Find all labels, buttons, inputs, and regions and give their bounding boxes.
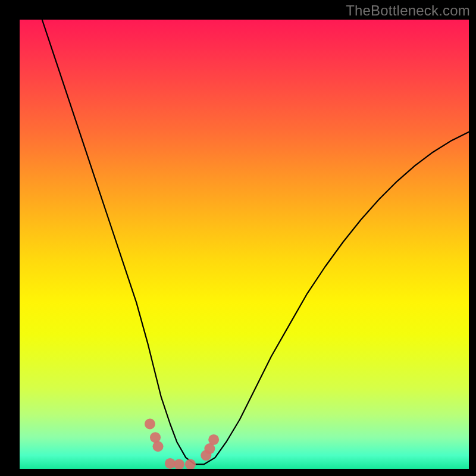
- plot-area: [20, 20, 469, 469]
- curve-line: [42, 20, 469, 464]
- chart-svg: [20, 20, 469, 469]
- svg-point-0: [145, 419, 155, 430]
- svg-point-2: [153, 441, 164, 452]
- svg-point-8: [208, 434, 219, 445]
- svg-point-4: [174, 459, 184, 469]
- chart-frame: [0, 0, 476, 476]
- watermark-text: TheBottleneck.com: [346, 2, 470, 19]
- svg-point-5: [185, 459, 196, 469]
